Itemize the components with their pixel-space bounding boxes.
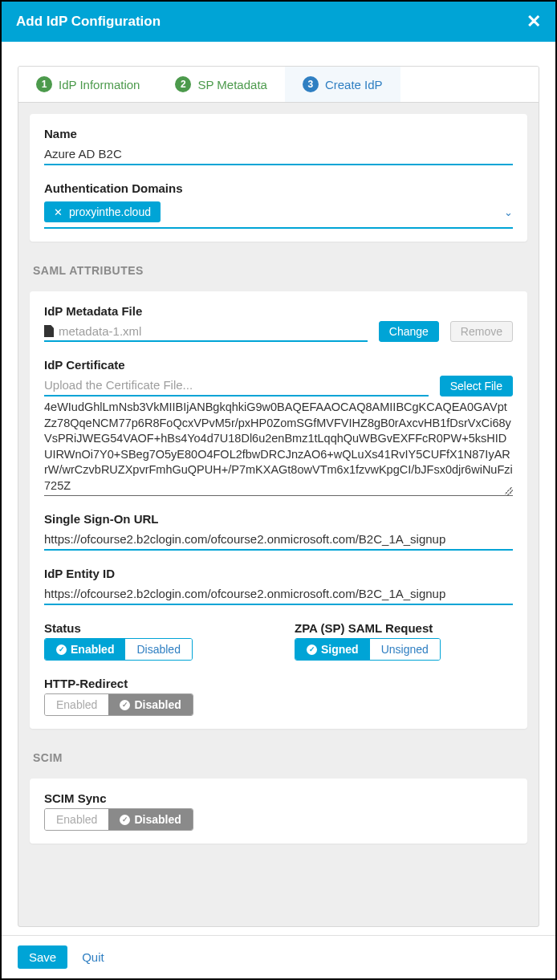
chip-label: proxyinthe.cloud [69, 205, 151, 218]
saml-card: IdP Metadata File metadata-1.xml Change … [30, 291, 527, 729]
scim-disabled-button[interactable]: ✓ Disabled [108, 809, 192, 830]
step-label: Create IdP [325, 78, 383, 91]
cert-upload-input[interactable] [44, 375, 429, 396]
status-disabled-button[interactable]: Disabled [125, 639, 191, 660]
quit-button[interactable]: Quit [82, 950, 104, 964]
cert-content[interactable]: 4eWIudGhlLmNsb3VkMIIBIjANBgkqhkiG9w0BAQE… [44, 396, 513, 496]
step-idp-information[interactable]: 1 IdP Information [18, 67, 157, 102]
scim-enabled-button[interactable]: Enabled [45, 809, 108, 830]
check-icon: ✓ [120, 700, 130, 710]
scim-card: SCIM Sync Enabled ✓ Disabled [30, 779, 527, 844]
wizard-stepper: 1 IdP Information 2 SP Metadata 3 Create… [18, 67, 539, 103]
metadata-file-display: metadata-1.xml [44, 324, 368, 342]
zpa-request-toggle: ✓ Signed Unsigned [295, 638, 441, 661]
check-icon: ✓ [56, 645, 67, 655]
zpa-unsigned-button[interactable]: Unsigned [370, 639, 440, 660]
scim-sync-toggle: Enabled ✓ Disabled [44, 808, 193, 831]
add-idp-dialog: Add IdP Configuration ✕ 1 IdP Informatio… [2, 2, 555, 978]
main-panel: 1 IdP Information 2 SP Metadata 3 Create… [18, 66, 539, 927]
metadata-filename: metadata-1.xml [59, 324, 141, 338]
metadata-label: IdP Metadata File [44, 304, 513, 318]
http-enabled-button[interactable]: Enabled [45, 694, 108, 715]
remove-button[interactable]: Remove [450, 321, 513, 342]
check-icon: ✓ [307, 645, 317, 655]
http-redirect-toggle: Enabled ✓ Disabled [44, 693, 193, 716]
step-number: 3 [303, 76, 319, 92]
file-icon [44, 325, 54, 337]
resize-handle-icon[interactable] [505, 487, 513, 495]
step-sp-metadata[interactable]: 2 SP Metadata [157, 67, 284, 102]
step-number: 2 [175, 76, 191, 92]
entity-id-label: IdP Entity ID [44, 567, 513, 580]
status-enabled-button[interactable]: ✓ Enabled [45, 639, 125, 660]
dialog-body: 1 IdP Information 2 SP Metadata 3 Create… [2, 42, 555, 935]
step-label: IdP Information [59, 78, 140, 91]
change-button[interactable]: Change [379, 321, 439, 342]
cert-label: IdP Certificate [44, 358, 513, 372]
domain-chip[interactable]: ✕ proxyinthe.cloud [44, 201, 161, 222]
step-label: SP Metadata [197, 78, 266, 91]
status-toggle: ✓ Enabled Disabled [44, 638, 193, 661]
entity-id-input[interactable] [44, 584, 513, 605]
dialog-footer: Save Quit [2, 935, 555, 978]
scim-sync-label: SCIM Sync [44, 791, 513, 805]
close-icon[interactable]: ✕ [527, 11, 541, 32]
sso-url-input[interactable] [44, 529, 513, 551]
scim-section-header: SCIM [18, 740, 539, 767]
zpa-request-label: ZPA (SP) SAML Request [295, 621, 513, 635]
sso-url-label: Single Sign-On URL [44, 512, 513, 526]
name-input[interactable] [44, 144, 513, 165]
http-disabled-button[interactable]: ✓ Disabled [108, 694, 192, 715]
chevron-down-icon[interactable]: ⌄ [504, 206, 513, 218]
general-card: Name Authentication Domains ✕ proxyinthe… [30, 114, 527, 242]
auth-domains-select[interactable]: ✕ proxyinthe.cloud ⌄ [44, 198, 513, 229]
check-icon: ✓ [120, 815, 130, 825]
zpa-signed-button[interactable]: ✓ Signed [295, 639, 370, 660]
http-redirect-label: HTTP-Redirect [44, 677, 513, 690]
auth-domains-label: Authentication Domains [44, 181, 513, 195]
dialog-title: Add IdP Configuration [16, 14, 161, 30]
name-label: Name [44, 127, 513, 140]
status-label: Status [44, 621, 262, 635]
step-number: 1 [36, 76, 52, 92]
remove-chip-icon[interactable]: ✕ [54, 206, 63, 218]
step-create-idp[interactable]: 3 Create IdP [285, 67, 400, 102]
dialog-titlebar: Add IdP Configuration ✕ [2, 2, 555, 42]
save-button[interactable]: Save [18, 945, 67, 969]
select-file-button[interactable]: Select File [440, 376, 513, 396]
saml-section-header: SAML ATTRIBUTES [18, 253, 539, 280]
